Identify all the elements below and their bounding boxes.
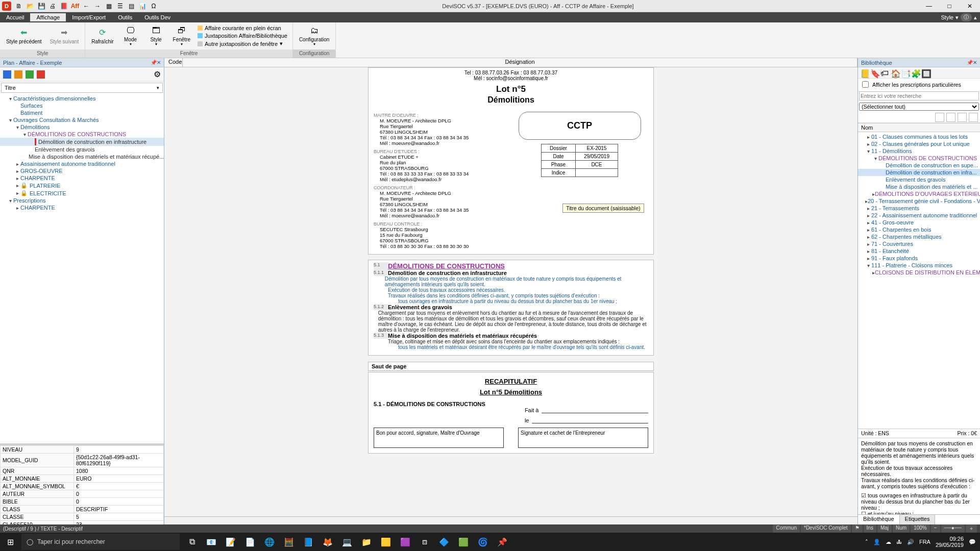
window-button[interactable]: 🗗Fenêtre▾ [170,24,193,48]
pdf-icon[interactable]: 📕 [60,3,67,10]
fwd-icon[interactable]: → [94,3,101,10]
menu-bar: Accueil Affichage Import/Export Outils O… [0,12,980,22]
other-juxt-option[interactable]: Autre juxtaposition de fenêtre ▾ [195,40,289,47]
open-icon[interactable]: 📂 [27,3,34,10]
bib-icon-7[interactable]: 🔲 [921,69,929,77]
close-button[interactable]: ✕ [960,0,980,12]
title-bar: D 🗎 📂 💾 🖨 📕 Aff ← → ▦ ☰ ▤ 📊 Ω DeviSOC v5… [0,0,980,12]
document-area: Code Désignation Tel : 03 88.77.03.26 Fa… [164,58,857,77]
filter-red-icon[interactable] [37,70,45,77]
bib-icon-1[interactable]: 📒 [860,69,868,77]
plan-toolbar: ⚙ [0,67,164,77]
bib-icon-5[interactable]: 📑 [901,69,909,77]
window-title: DeviSOC v5.37 - [EXEMPLE.DVS (EURO) - Af… [157,3,919,9]
omega-icon[interactable]: Ω [150,3,157,10]
minimize-button[interactable]: — [919,0,939,12]
fullscreen-option[interactable]: Affaire courante en plein écran [195,24,289,32]
panel-close-icon[interactable]: ✕ [157,60,161,65]
bib-toolbar: 📒 🔖 🏷 🏠 📑 🧩 🔲 [858,67,980,77]
filter-orange-icon[interactable] [14,70,22,77]
doc-scroll[interactable]: Tel : 03 88.77.03.26 Fax : 03 88.77.03.3… [164,67,857,77]
aff-icon[interactable]: Aff [71,3,79,10]
style-button[interactable]: 🗔Style▾ [144,24,168,48]
bibliotheque-panel: Bibliothèque 📌 ✕ 📒 🔖 🏷 🏠 📑 🧩 🔲 Afficher … [857,58,980,77]
chart-icon[interactable]: 📊 [139,3,146,10]
menu-affichage[interactable]: Affichage [30,13,66,21]
save-icon[interactable]: 💾 [38,3,45,10]
config-button[interactable]: 🗂Configuration▾ [296,24,332,48]
filter-blue-icon[interactable] [3,70,11,77]
help-icon[interactable]: ⓘ [961,13,972,21]
ribbon: ⬅Style précédent ➡Style suivant Style ⟳R… [0,22,980,58]
app-icon: D [2,2,11,11]
bib-panel-header: Bibliothèque 📌 ✕ [858,58,980,67]
bib-pin-icon[interactable]: 📌 [967,60,973,65]
grid-icon[interactable]: ▦ [105,3,112,10]
print-icon[interactable]: 🖨 [49,3,56,10]
unpin-icon[interactable]: 📌 [151,60,157,65]
mode-button[interactable]: 🖵Mode▾ [119,24,142,48]
style-next-button[interactable]: ➡Style suivant [47,27,82,45]
style-dropdown-label[interactable]: Style [941,14,953,20]
maximize-button[interactable]: □ [939,0,960,12]
ribbon-group-window: Fenêtre [85,49,292,58]
filter-green-icon[interactable] [26,70,34,77]
menu-outils[interactable]: Outils [112,13,138,21]
menu-import-export[interactable]: Import/Export [66,13,112,21]
bib-icon-4[interactable]: 🏠 [891,69,899,77]
collapse-ribbon-icon[interactable]: ▴ [974,14,977,21]
juxt-option[interactable]: Juxtaposition Affaire/Bibliothèque [195,32,289,39]
plan-panel-header: Plan - Affaire - Exemple 📌 ✕ [0,58,164,67]
plan-panel: Plan - Affaire - Exemple 📌 ✕ ⚙ Titre▾ ▾C… [0,58,164,77]
doc-page-1: Tel : 03 88.77.03.26 Fax : 03 88.77.03.3… [368,67,654,77]
table-icon[interactable]: ▤ [128,3,135,10]
ribbon-group-style: Style [0,49,85,58]
bib-icon-3[interactable]: 🏷 [880,69,889,77]
bib-icon-6[interactable]: 🧩 [911,69,919,77]
plan-settings-icon[interactable]: ⚙ [154,69,161,77]
new-icon[interactable]: 🗎 [15,3,22,10]
list-icon[interactable]: ☰ [116,3,124,10]
style-prev-button[interactable]: ⬅Style précédent [3,27,45,45]
back-icon[interactable]: ← [83,3,90,10]
doc-columns-header: Code Désignation [164,58,857,67]
ribbon-group-config: Configuration [293,49,335,58]
refresh-button[interactable]: ⟳Rafraîchir [88,27,116,45]
menu-accueil[interactable]: Accueil [0,13,30,21]
menu-outils-dev[interactable]: Outils Dev [138,13,177,21]
bib-icon-2[interactable]: 🔖 [870,69,878,77]
bib-close-icon[interactable]: ✕ [973,60,977,65]
